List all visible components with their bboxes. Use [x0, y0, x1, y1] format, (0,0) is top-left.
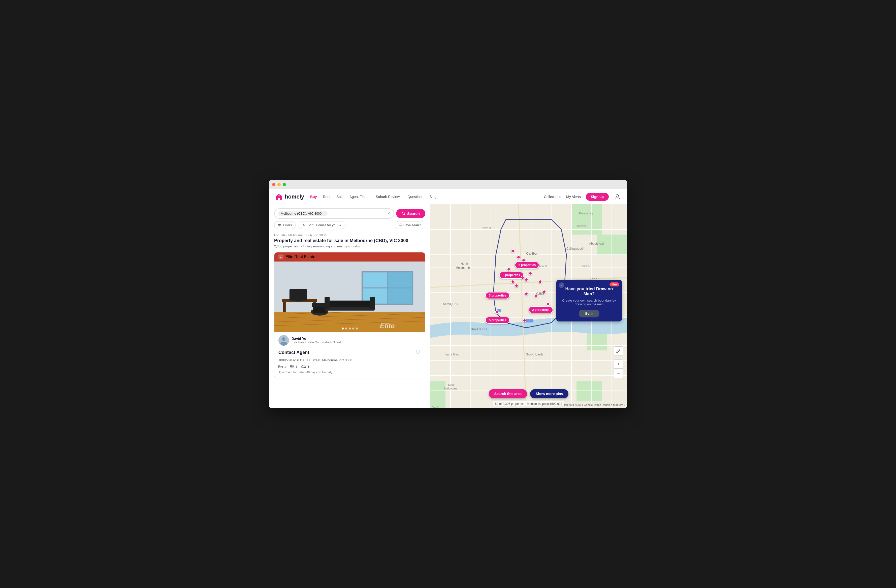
nav-collections[interactable]: Collections	[544, 195, 561, 199]
svg-rect-40	[279, 366, 283, 368]
zoom-in-button[interactable]: +	[614, 360, 623, 369]
nav-suburb-reviews[interactable]: Suburb Reviews	[376, 195, 401, 199]
nav-sold[interactable]: Sold	[337, 195, 343, 199]
listing-image[interactable]: Elite	[274, 262, 425, 332]
close-button[interactable]	[272, 183, 276, 186]
zoom-out-button[interactable]: −	[614, 369, 623, 378]
pin-single-2[interactable]	[522, 259, 525, 262]
dot-3[interactable]	[352, 328, 354, 329]
pin-cluster-4[interactable]: 2 properties	[529, 306, 553, 314]
svg-text:Abbotsfo...: Abbotsfo...	[576, 225, 588, 227]
pin-cluster-3[interactable]: 5 properties	[485, 317, 510, 324]
svg-text:E: E	[280, 256, 282, 259]
search-area-button[interactable]: Search this area	[489, 389, 527, 398]
maximize-button[interactable]	[283, 183, 286, 186]
svg-text:Docklands: Docklands	[471, 327, 487, 331]
svg-rect-41	[279, 365, 280, 366]
listing-features: 1 1	[279, 364, 421, 369]
listing-photo: Elite	[274, 262, 425, 332]
draw-tooltip: × New Have you tried Draw on Map? Create…	[556, 280, 622, 321]
bath-icon	[290, 364, 294, 369]
draw-map-button[interactable]	[614, 346, 623, 355]
svg-rect-103	[526, 319, 530, 323]
favorite-button[interactable]	[415, 349, 421, 356]
save-search-label: Save search	[404, 223, 422, 227]
contact-header: Contact Agent	[279, 349, 421, 356]
svg-text:Melbourne: Melbourne	[456, 266, 470, 270]
pin-single-10[interactable]	[542, 290, 546, 294]
beds-feature: 1	[279, 365, 286, 369]
search-tag-text: Melbourne (CBD), VIC 3000	[281, 212, 322, 215]
listing-dots	[342, 328, 358, 329]
baths-count: 1	[295, 365, 297, 369]
svg-rect-50	[571, 204, 602, 235]
minimize-button[interactable]	[277, 183, 281, 186]
search-input-wrap[interactable]: Melbourne (CBD), VIC 3000 × ×	[274, 208, 394, 219]
signup-button[interactable]: Sign up	[586, 193, 609, 201]
search-button[interactable]: Search	[396, 209, 425, 218]
map-container[interactable]: North Melbourne Carlton Collingwood CBD …	[430, 204, 627, 408]
pin-single-15[interactable]	[546, 302, 550, 306]
svg-rect-46	[302, 366, 306, 367]
filters-row: Filters Sort: Homes for you	[274, 221, 425, 229]
agent-agency: Elite Real Estate On Elizabeth Street	[291, 341, 341, 344]
draw-tooltip-close-button[interactable]: ×	[559, 282, 564, 288]
svg-rect-23	[387, 271, 413, 304]
sort-button[interactable]: Sort: Homes for you	[299, 221, 346, 229]
svg-rect-55	[430, 381, 445, 408]
dot-2[interactable]	[349, 328, 351, 329]
nav-blog[interactable]: Blog	[429, 195, 436, 199]
svg-point-38	[282, 337, 285, 341]
pin-single-7[interactable]	[524, 278, 528, 282]
pin-cluster-0[interactable]: 2 properties	[515, 262, 539, 268]
search-clear-button[interactable]: ×	[387, 211, 390, 216]
pin-single-9[interactable]	[538, 280, 542, 283]
nav-rent[interactable]: Rent	[323, 195, 330, 199]
listing-separator: •	[305, 370, 306, 374]
pin-single-14[interactable]	[523, 319, 526, 322]
svg-rect-44	[291, 365, 291, 367]
svg-point-9	[279, 225, 280, 226]
sort-icon	[302, 224, 306, 227]
dot-1[interactable]	[345, 328, 347, 329]
show-more-pins-button[interactable]: Show more pins	[530, 389, 568, 398]
svg-rect-25	[283, 302, 286, 312]
nav-buy[interactable]: Buy	[310, 195, 317, 199]
results-subtitle: For Sale • Melbourne (CBD), VIC 3000	[274, 233, 425, 237]
listing-card[interactable]: E Elite Real Estate	[274, 252, 425, 378]
pin-cluster-1[interactable]: 3 properties	[499, 271, 524, 279]
svg-text:Yarra R...: Yarra R...	[582, 265, 591, 267]
svg-rect-35	[370, 297, 375, 309]
listings: E Elite Real Estate	[269, 249, 430, 408]
user-icon[interactable]	[614, 193, 621, 200]
pin-single-6[interactable]	[521, 276, 524, 279]
nav-questions[interactable]: Questions	[407, 195, 423, 199]
agent-info: David Ye Elite Real Estate On Elizabeth …	[291, 337, 341, 344]
map-stats: 50 of 2,306 properties · Median list pri…	[493, 401, 564, 406]
results-count: 2,306 properties including surrounding a…	[274, 244, 425, 248]
beds-count: 1	[284, 365, 286, 369]
listing-agent: David Ye Elite Real Estate On Elizabeth …	[274, 332, 425, 348]
listing-address: 1808/228 A'BECKETT Street, Melbourne VIC…	[279, 358, 421, 362]
draw-tooltip-badge: New	[610, 282, 619, 286]
dot-4[interactable]	[356, 328, 358, 329]
bed-icon	[279, 365, 283, 368]
pin-cluster-2[interactable]: 3 properties	[485, 292, 510, 299]
nav-agent-finder[interactable]: Agent Finder	[349, 195, 370, 199]
save-search-button[interactable]: Save search	[395, 221, 425, 229]
svg-text:NEWQUAY: NEWQUAY	[443, 302, 458, 306]
pin-single-4[interactable]	[511, 280, 515, 283]
sort-value: Homes for you	[316, 223, 337, 227]
svg-point-1	[616, 195, 619, 197]
draw-tooltip-got-it-button[interactable]: Got it	[579, 309, 599, 317]
svg-point-8	[280, 225, 280, 225]
filters-button[interactable]: Filters	[274, 221, 296, 229]
search-tag-remove[interactable]: ×	[323, 212, 325, 215]
pin-single-1[interactable]	[517, 256, 520, 259]
nav-my-alerts[interactable]: My Alerts	[566, 195, 581, 199]
logo[interactable]: homely	[275, 193, 304, 201]
pin-single-0[interactable]	[511, 249, 515, 253]
search-icon	[402, 212, 406, 216]
dot-0[interactable]	[342, 328, 344, 329]
logo-text: homely	[285, 193, 304, 200]
